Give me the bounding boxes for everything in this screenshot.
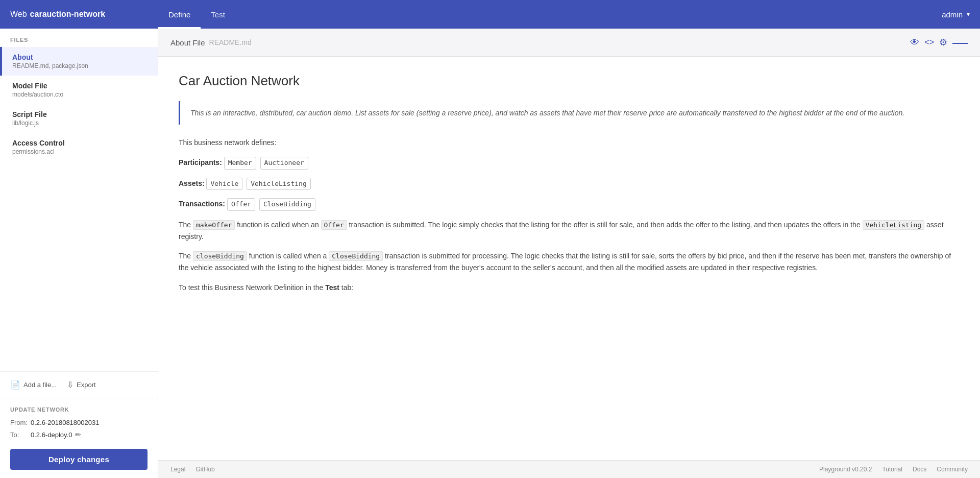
footer-github[interactable]: GitHub (195, 466, 214, 473)
sidebar-item-access-title: Access Control (12, 139, 148, 147)
from-label: From: (10, 419, 31, 426)
para1-code3: VehicleListing (863, 220, 925, 230)
para1-before: The (179, 221, 193, 229)
asset-vehicle: Vehicle (206, 178, 242, 190)
doc-assets-line: Assets: Vehicle VehicleListing (179, 178, 960, 190)
from-row: From: 0.2.6-20180818002031 (10, 419, 148, 426)
doc-para3: To test this Business Network Definition… (179, 282, 960, 293)
tab-test[interactable]: Test (201, 0, 235, 29)
edit-icon[interactable]: ✏ (75, 431, 81, 439)
code-icon[interactable]: <> (924, 38, 934, 47)
to-row: To: 0.2.6-deploy.0 ✏ (10, 431, 148, 439)
eye-icon[interactable]: 👁 (910, 37, 919, 48)
footer-docs[interactable]: Docs (913, 466, 926, 473)
brand-name: carauction-network (30, 10, 106, 19)
para1-code2: Offer (321, 220, 347, 230)
sidebar-item-model-title: Model File (12, 82, 148, 90)
chevron-down-icon: ▾ (967, 11, 970, 18)
export-icon: ⇩ (67, 380, 74, 390)
about-file-label: About File (170, 38, 205, 47)
file-name: README.md (209, 38, 252, 46)
gear-icon[interactable]: ⚙ (939, 37, 947, 48)
file-header: About File README.md 👁 <> ⚙ (158, 29, 980, 57)
footer-tutorial[interactable]: Tutorial (882, 466, 902, 473)
participant-auctioneer: Auctioneer (260, 157, 308, 170)
doc-blockquote: This is an interactive, distributed, car… (179, 101, 960, 125)
transaction-closebidding: CloseBidding (259, 198, 315, 211)
footer-version: Playground v0.20.2 (819, 466, 872, 473)
tab-define[interactable]: Define (158, 0, 201, 29)
files-label: FILES (0, 29, 158, 47)
doc-para1: The makeOffer function is called when an… (179, 219, 960, 242)
file-icon: 📄 (10, 380, 20, 390)
para1-mid2: transaction is submitted. The logic simp… (347, 221, 863, 229)
to-label: To: (10, 431, 31, 439)
para2-before: The (179, 252, 193, 260)
sidebar-item-access-control[interactable]: Access Control permissions.acl (0, 133, 158, 161)
footer: Legal GitHub Playground v0.20.2 Tutorial… (158, 460, 980, 478)
assets-label: Assets: (179, 179, 205, 187)
transaction-offer: Offer (227, 198, 255, 211)
sidebar: FILES About README.md, package.json Mode… (0, 29, 158, 478)
add-file-button[interactable]: 📄 Add a file... (10, 380, 57, 390)
content-area: About File README.md 👁 <> ⚙ Car Auction … (158, 29, 980, 478)
update-network-section: UPDATE NETWORK From: 0.2.6-2018081800203… (0, 398, 158, 478)
sidebar-item-about[interactable]: About README.md, package.json (0, 47, 158, 76)
para2-code1: closeBidding (193, 251, 247, 261)
footer-community[interactable]: Community (937, 466, 968, 473)
doc-intro: This business network defines: (179, 137, 960, 148)
nav-tabs: Define Test (158, 0, 932, 29)
sidebar-item-script-title: Script File (12, 110, 148, 118)
transactions-label: Transactions: (179, 200, 225, 208)
para1-code1: makeOffer (193, 220, 235, 230)
footer-right: Playground v0.20.2 Tutorial Docs Communi… (819, 466, 968, 473)
username: admin (942, 10, 963, 19)
to-value: 0.2.6-deploy.0 (31, 431, 72, 439)
doc-title: Car Auction Network (179, 73, 960, 89)
sidebar-actions: 📄 Add a file... ⇩ Export (0, 371, 158, 398)
participant-member: Member (224, 157, 256, 170)
sidebar-item-access-sub: permissions.acl (12, 148, 148, 155)
para3-before: To test this Business Network Definition… (179, 283, 325, 292)
top-nav: Web carauction-network Define Test admin… (0, 0, 980, 29)
sidebar-item-model-file[interactable]: Model File models/auction.cto (0, 76, 158, 104)
to-value-container: 0.2.6-deploy.0 ✏ (31, 431, 81, 439)
para1-mid1: function is called when an (235, 221, 321, 229)
user-menu[interactable]: admin ▾ (932, 10, 980, 19)
sidebar-item-script-sub: lib/logic.js (12, 119, 148, 127)
para2-code2: CloseBidding (329, 251, 383, 261)
doc-transactions-line: Transactions: Offer CloseBidding (179, 198, 960, 211)
from-value: 0.2.6-20180818002031 (31, 419, 99, 426)
deploy-button[interactable]: Deploy changes (10, 449, 148, 470)
sidebar-item-model-sub: models/auction.cto (12, 91, 148, 98)
para2-mid1: function is called when a (247, 252, 329, 260)
para3-end: tab: (339, 283, 353, 292)
add-file-label: Add a file... (23, 381, 57, 389)
main-layout: FILES About README.md, package.json Mode… (0, 29, 980, 478)
footer-legal[interactable]: Legal (170, 466, 185, 473)
doc-content[interactable]: Car Auction Network This is an interacti… (158, 57, 980, 460)
active-underline (952, 43, 968, 44)
doc-para2: The closeBidding function is called when… (179, 250, 960, 273)
sidebar-item-script-file[interactable]: Script File lib/logic.js (0, 104, 158, 133)
update-network-label: UPDATE NETWORK (10, 407, 148, 413)
footer-left: Legal GitHub (170, 466, 215, 473)
para3-strong: Test (325, 283, 339, 292)
brand-web: Web (10, 10, 27, 19)
export-label: Export (77, 381, 96, 389)
brand: Web carauction-network (0, 10, 158, 19)
sidebar-item-about-sub: README.md, package.json (12, 62, 148, 69)
doc-participants-line: Participants: Member Auctioneer (179, 157, 960, 170)
file-header-left: About File README.md (170, 38, 252, 47)
sidebar-item-about-title: About (12, 53, 148, 61)
export-button[interactable]: ⇩ Export (67, 380, 96, 390)
asset-vehiclelisting: VehicleListing (247, 178, 311, 190)
file-header-icons: 👁 <> ⚙ (910, 37, 968, 48)
participants-label: Participants: (179, 158, 222, 166)
